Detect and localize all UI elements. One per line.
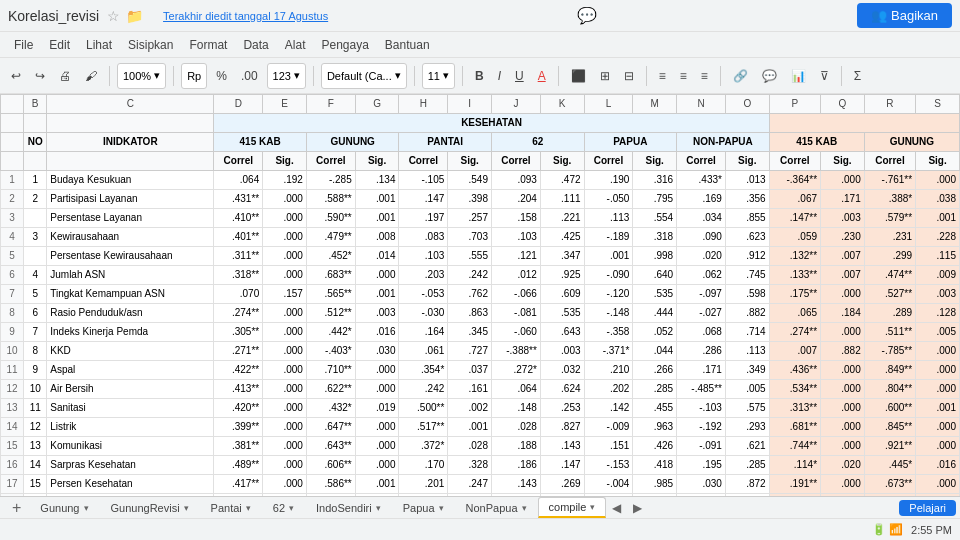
align-left-button[interactable]: ≡ <box>654 66 671 86</box>
tab-nav-right-button[interactable]: ▶ <box>627 499 648 517</box>
font-family-dropdown[interactable]: Default (Ca... ▾ <box>321 63 407 89</box>
data-cell: .600** <box>864 399 915 418</box>
menu-edit[interactable]: Edit <box>43 36 76 54</box>
indicator-cell: Listrik <box>47 418 214 437</box>
data-cell: .064 <box>492 380 541 399</box>
decimal-button[interactable]: .00 <box>236 66 263 86</box>
font-size-dropdown[interactable]: 11 ▾ <box>422 63 455 89</box>
borders-button[interactable]: ⊞ <box>595 66 615 86</box>
tab-nav-left-button[interactable]: ◀ <box>606 499 627 517</box>
row-number: 8 <box>1 304 24 323</box>
zoom-dropdown[interactable]: 100% ▾ <box>117 63 166 89</box>
data-cell: .517** <box>399 418 448 437</box>
bold-button[interactable]: B <box>470 66 489 86</box>
merge-button[interactable]: ⊟ <box>619 66 639 86</box>
menu-sisipkan[interactable]: Sisipkan <box>122 36 179 54</box>
tab-pantai[interactable]: Pantai ▾ <box>200 498 262 518</box>
paint-format-button[interactable]: 🖌 <box>80 66 102 86</box>
data-cell: .228 <box>916 228 960 247</box>
chat-icon[interactable]: 💬 <box>577 6 597 25</box>
data-cell: -.103 <box>677 399 726 418</box>
filter-button[interactable]: ⊽ <box>815 66 834 86</box>
table-row: 17 15 Persen Kesehatan .417** .000 .586*… <box>1 475 960 494</box>
print-button[interactable]: 🖨 <box>54 66 76 86</box>
tab-nonpapua[interactable]: NonPapua ▾ <box>455 498 538 518</box>
menu-data[interactable]: Data <box>237 36 274 54</box>
italic-button[interactable]: I <box>493 66 506 86</box>
align-center-button[interactable]: ≡ <box>675 66 692 86</box>
link-button[interactable]: 🔗 <box>728 66 753 86</box>
data-cell: .007 <box>821 247 865 266</box>
row-number: 15 <box>1 437 24 456</box>
data-cell: .714 <box>725 323 769 342</box>
underline-button[interactable]: U <box>510 66 529 86</box>
star-icon[interactable]: ☆ <box>107 8 120 24</box>
data-cell: .169 <box>677 190 726 209</box>
data-cell: .000 <box>821 171 865 190</box>
data-cell: .007 <box>821 266 865 285</box>
sheet-container[interactable]: B C D E F G H I J K L M N O P Q R <box>0 94 960 496</box>
data-cell: .132** <box>769 247 820 266</box>
data-cell: -.097 <box>677 285 726 304</box>
no-cell: 6 <box>24 304 47 323</box>
number-format-value: 123 <box>273 70 291 82</box>
tab-compile[interactable]: compile ▾ <box>538 497 607 518</box>
undo-button[interactable]: ↩ <box>6 66 26 86</box>
data-cell: .016 <box>916 456 960 475</box>
chart-button[interactable]: 📊 <box>786 66 811 86</box>
data-cell: .762 <box>448 285 492 304</box>
menu-pengaya[interactable]: Pengaya <box>315 36 374 54</box>
menu-bantuan[interactable]: Bantuan <box>379 36 436 54</box>
data-cell: -.120 <box>584 285 633 304</box>
no-cell: 7 <box>24 323 47 342</box>
data-cell: .103 <box>399 247 448 266</box>
data-cell: .000 <box>355 266 399 285</box>
data-cell: .555 <box>448 247 492 266</box>
sum-button[interactable]: Σ <box>849 66 866 86</box>
row-number: 10 <box>1 342 24 361</box>
indicator-cell: Sarpras Kesehatan <box>47 456 214 475</box>
data-cell: .019 <box>355 399 399 418</box>
data-cell: .061 <box>399 342 448 361</box>
pelajari-button[interactable]: Pelajari <box>899 500 956 516</box>
data-cell: .643** <box>306 437 355 456</box>
tab-gunungrevisi[interactable]: GunungRevisi ▾ <box>100 498 200 518</box>
data-cell: -.189 <box>584 228 633 247</box>
tab-62[interactable]: 62 ▾ <box>262 498 305 518</box>
currency-dropdown[interactable]: Rp <box>181 63 207 89</box>
tab-papua[interactable]: Papua ▾ <box>392 498 455 518</box>
data-cell: .000 <box>355 437 399 456</box>
menu-alat[interactable]: Alat <box>279 36 312 54</box>
font-size-value: 11 <box>428 70 440 82</box>
data-cell: .001 <box>916 209 960 228</box>
data-cell: -.148 <box>584 304 633 323</box>
menu-lihat[interactable]: Lihat <box>80 36 118 54</box>
fill-color-button[interactable]: ⬛ <box>566 66 591 86</box>
data-cell: .151 <box>584 437 633 456</box>
font-color-button[interactable]: A <box>533 66 551 86</box>
menu-format[interactable]: Format <box>183 36 233 54</box>
tab-indosendiri[interactable]: IndoSendiri ▾ <box>305 498 392 518</box>
tab-gunung[interactable]: Gunung ▾ <box>29 498 99 518</box>
tab-papua-label: Papua <box>403 502 435 514</box>
tab-nonpapua-chevron-icon: ▾ <box>522 503 527 513</box>
data-cell: .242 <box>448 266 492 285</box>
share-button[interactable]: 👥 Bagikan <box>857 3 952 28</box>
data-cell: .681** <box>769 418 820 437</box>
menu-file[interactable]: File <box>8 36 39 54</box>
data-cell: .000 <box>263 304 307 323</box>
indicator-cell: Partisipasi Layanan <box>47 190 214 209</box>
folder-icon[interactable]: 📁 <box>126 8 143 24</box>
number-format-dropdown[interactable]: 123 ▾ <box>267 63 306 89</box>
data-cell: .872 <box>725 475 769 494</box>
add-sheet-button[interactable]: + <box>4 497 29 519</box>
data-cell: -.050 <box>584 190 633 209</box>
data-cell: .186 <box>492 456 541 475</box>
data-cell: -.081 <box>492 304 541 323</box>
percent-button[interactable]: % <box>211 66 232 86</box>
last-edit-link[interactable]: Terakhir diedit tanggal 17 Agustus <box>163 10 328 22</box>
redo-button[interactable]: ↪ <box>30 66 50 86</box>
table-row: 4 3 Kewirausahaan .401** .000 .479** .00… <box>1 228 960 247</box>
valign-button[interactable]: ≡ <box>696 66 713 86</box>
comment-button[interactable]: 💬 <box>757 66 782 86</box>
